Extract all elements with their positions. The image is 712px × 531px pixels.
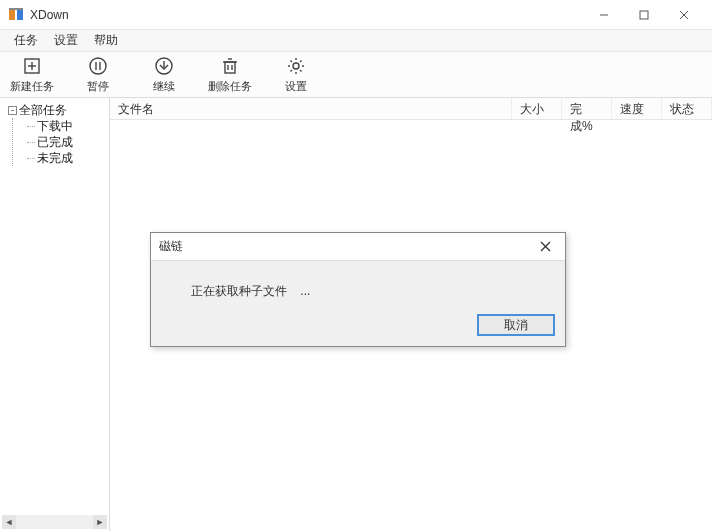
tree-item-completed[interactable]: 已完成 — [27, 134, 107, 150]
resume-label: 继续 — [153, 79, 175, 94]
new-task-label: 新建任务 — [10, 79, 54, 94]
pause-label: 暂停 — [87, 79, 109, 94]
sidebar-scrollbar[interactable]: ◄ ► — [2, 515, 107, 529]
scroll-right-icon[interactable]: ► — [93, 515, 107, 529]
close-button[interactable] — [664, 1, 704, 29]
cancel-button[interactable]: 取消 — [477, 314, 555, 336]
pause-button[interactable]: 暂停 — [74, 55, 122, 94]
settings-label: 设置 — [285, 79, 307, 94]
svg-rect-15 — [225, 62, 235, 73]
menu-help[interactable]: 帮助 — [86, 30, 126, 51]
tree-children: 下载中 已完成 未完成 — [12, 118, 107, 166]
pause-icon — [87, 55, 109, 77]
column-filename[interactable]: 文件名 — [110, 98, 512, 119]
dialog-message-text: 正在获取种子文件 — [191, 284, 287, 298]
toolbar: 新建任务 暂停 继续 删除任务 设置 — [0, 52, 712, 98]
column-speed[interactable]: 速度 — [612, 98, 662, 119]
column-progress[interactable]: 完成% — [562, 98, 612, 119]
dialog-close-button[interactable] — [533, 235, 557, 259]
menu-task[interactable]: 任务 — [6, 30, 46, 51]
trash-icon — [219, 55, 241, 77]
resume-button[interactable]: 继续 — [140, 55, 188, 94]
settings-button[interactable]: 设置 — [272, 55, 320, 94]
window-title: XDown — [30, 8, 584, 22]
delete-task-button[interactable]: 删除任务 — [206, 55, 254, 94]
sidebar: -全部任务 下载中 已完成 未完成 ◄ ► — [0, 98, 110, 531]
svg-point-10 — [90, 58, 106, 74]
tree-root-all-tasks[interactable]: -全部任务 — [8, 102, 107, 118]
menu-settings[interactable]: 设置 — [46, 30, 86, 51]
dialog-body: 正在获取种子文件 ... — [151, 261, 565, 308]
svg-rect-4 — [640, 11, 648, 19]
svg-rect-1 — [17, 10, 23, 20]
tree-item-incomplete[interactable]: 未完成 — [27, 150, 107, 166]
dialog-titlebar: 磁链 — [151, 233, 565, 261]
scroll-left-icon[interactable]: ◄ — [2, 515, 16, 529]
column-size[interactable]: 大小 — [512, 98, 562, 119]
svg-rect-0 — [9, 10, 15, 20]
tree-item-downloading[interactable]: 下载中 — [27, 118, 107, 134]
magnet-dialog: 磁链 正在获取种子文件 ... 取消 — [150, 232, 566, 347]
dialog-footer: 取消 — [151, 308, 565, 346]
resume-icon — [153, 55, 175, 77]
minimize-button[interactable] — [584, 1, 624, 29]
dialog-message: 正在获取种子文件 ... — [191, 284, 310, 298]
gear-icon — [285, 55, 307, 77]
svg-point-20 — [293, 63, 299, 69]
dialog-title: 磁链 — [159, 238, 533, 255]
dialog-ellipsis: ... — [300, 284, 310, 298]
tree-root-label: 全部任务 — [19, 103, 67, 117]
maximize-button[interactable] — [624, 1, 664, 29]
delete-task-label: 删除任务 — [208, 79, 252, 94]
tree-collapse-icon[interactable]: - — [8, 106, 17, 115]
svg-rect-2 — [9, 8, 23, 10]
new-task-icon — [21, 55, 43, 77]
new-task-button[interactable]: 新建任务 — [8, 55, 56, 94]
menubar: 任务 设置 帮助 — [0, 30, 712, 52]
column-status[interactable]: 状态 — [662, 98, 712, 119]
list-header: 文件名 大小 完成% 速度 状态 — [110, 98, 712, 120]
app-icon — [8, 7, 24, 23]
task-tree: -全部任务 下载中 已完成 未完成 — [2, 102, 107, 166]
titlebar: XDown — [0, 0, 712, 30]
